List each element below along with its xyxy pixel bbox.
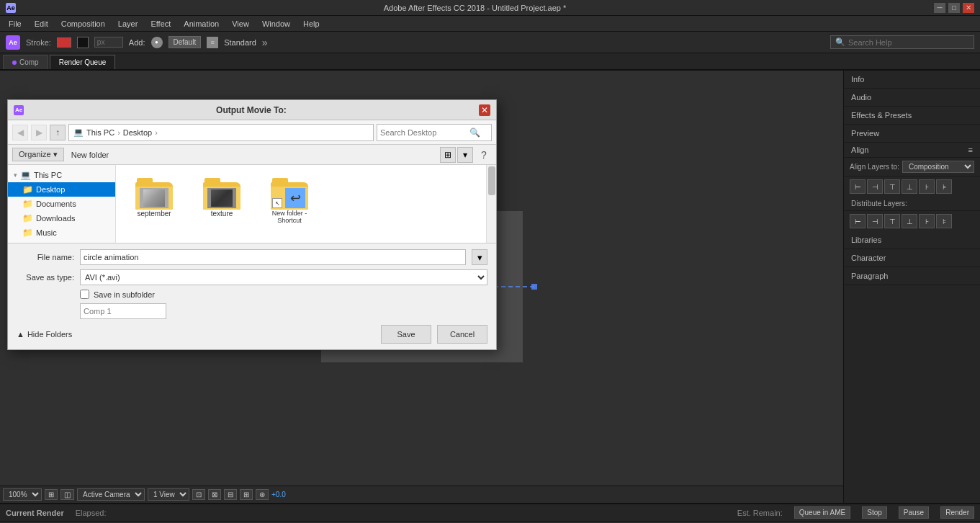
align-left-button[interactable]: ⊢ [850,179,866,194]
nav-back-button[interactable]: ◀ [12,125,28,140]
nav-forward-button[interactable]: ▶ [31,125,47,140]
panel-paragraph[interactable]: Paragraph [844,267,980,285]
align-bottom-button[interactable]: ⊧ [936,179,952,194]
add-circle[interactable]: ● [151,37,163,48]
distribute-left-button[interactable]: ⊢ [850,214,866,228]
align-top-button[interactable]: ⊥ [902,179,917,194]
sidebar-item-downloads[interactable]: 📁 Downloads [8,211,115,225]
sidebar-thispc-label: This PC [34,171,62,179]
folder-item-new-shortcut[interactable]: ↩ ↖ New folder -Shortcut [257,171,322,228]
tab-comp[interactable]: Comp [3,55,48,69]
camera-select[interactable]: Active Camera [77,488,145,501]
menu-effect[interactable]: Effect [145,18,176,30]
sidebar-item-music[interactable]: 📁 Music [8,225,115,240]
tab-comp-label: Comp [19,58,39,66]
dialog-help-button[interactable]: ? [476,147,492,163]
panel-character[interactable]: Character [844,249,980,267]
sidebar-item-thispc[interactable]: ▾ 💻 This PC [8,168,115,182]
align-to-select[interactable]: Composition [902,161,974,173]
view-icon-button[interactable]: ⊞ [440,147,456,163]
viewport-view-options-button[interactable]: ⊡ [192,489,205,500]
default-button[interactable]: Default [168,36,202,48]
menu-view[interactable]: View [226,18,255,30]
queue-ame-button[interactable]: Queue in AME [794,506,850,519]
stroke-color-swatch2[interactable] [77,37,89,48]
viewport-grid-button[interactable]: ⊞ [45,489,58,500]
viewport-3d-button[interactable]: ⊛ [256,489,269,500]
align-center-h-button[interactable]: ⊣ [867,179,883,194]
viewport-layout-button[interactable]: ⊞ [240,489,253,500]
organize-button[interactable]: Organize ▾ [12,148,64,161]
menu-edit[interactable]: Edit [29,18,54,30]
viewport-zoom-select[interactable]: 100% 50% 200% [3,488,42,501]
save-button[interactable]: Save [381,325,431,344]
align-buttons-row: ⊢ ⊣ ⊤ ⊥ ⊦ ⊧ [844,176,980,197]
breadcrumb-thispc[interactable]: This PC [86,128,114,137]
dialog-scrollbar[interactable] [486,165,496,243]
filename-input[interactable] [80,249,466,265]
dialog-search-input[interactable] [380,128,467,137]
dialog-close-button[interactable]: ✕ [479,104,490,116]
tab-render-queue[interactable]: Render Queue [50,55,116,69]
panel-info[interactable]: Info [844,71,980,89]
folder-item-texture[interactable]: texture [189,171,254,228]
stop-button[interactable]: Stop [862,506,887,519]
distribute-label: Distribute Layers: [844,197,980,211]
panel-effects-presets[interactable]: Effects & Presets [844,107,980,125]
file-save-dialog: Ae Output Movie To: ✕ ◀ ▶ ↑ 💻 This PC › … [7,99,497,350]
stroke-color-swatch[interactable] [57,37,71,48]
viewport-regions-button[interactable]: ⊟ [224,489,237,500]
menu-file[interactable]: File [3,18,27,30]
stroke-px-input[interactable] [94,37,123,48]
nav-up-button[interactable]: ↑ [50,125,66,140]
distribute-bottom-button[interactable]: ⊧ [936,214,952,228]
folder-item-september[interactable]: september [122,171,186,228]
breadcrumb-desktop[interactable]: Desktop [123,128,152,137]
main-area: 100% 50% 200% ⊞ ◫ Active Camera 1 View ⊡… [0,71,980,503]
sidebar-item-desktop[interactable]: 📁 Desktop [8,182,115,197]
distribute-top-button[interactable]: ⊥ [902,214,917,228]
viewport-options-button[interactable]: ◫ [60,489,74,500]
distribute-center-h-button[interactable]: ⊣ [867,214,883,228]
menu-window[interactable]: Window [256,18,296,30]
view-dropdown-button[interactable]: ▾ [457,147,473,163]
maximize-button[interactable]: □ [948,3,960,13]
panel-audio[interactable]: Audio [844,89,980,107]
align-right-button[interactable]: ⊤ [884,179,900,194]
new-folder-button[interactable]: New folder [67,149,114,161]
minimize-button[interactable]: ─ [934,3,945,13]
search-input[interactable] [848,38,956,47]
render-queue-panel: Current Render Elapsed: Est. Remain: Que… [0,503,980,523]
dialog-title-text: Output Movie To: [24,105,479,115]
render-button[interactable]: Render [940,506,974,519]
align-menu-icon[interactable]: ≡ [968,146,973,154]
tab-render-queue-label: Render Queue [59,58,107,66]
save-in-subfolder-label[interactable]: Save in subfolder [94,290,155,299]
dummy-expand[interactable]: ▾ [472,249,487,265]
saveastype-select[interactable]: AVI (*.avi) QuickTime (*.mov) JPEG Seque… [80,269,487,285]
dialog-scrollbar-thumb[interactable] [488,166,495,195]
title-bar: Ae Adobe After Effects CC 2018 - Untitle… [0,0,980,16]
close-button[interactable]: ✕ [963,3,974,13]
pause-button[interactable]: Pause [899,506,929,519]
expand-toolbar-button[interactable]: » [262,37,268,48]
align-center-v-button[interactable]: ⊦ [919,179,935,194]
tree-music-icon: 📁 [22,228,33,238]
viewport-fit-button[interactable]: ⊠ [208,489,221,500]
menu-help[interactable]: Help [297,18,325,30]
menu-animation[interactable]: Animation [178,18,225,30]
menu-composition[interactable]: Composition [55,18,111,30]
subfolder-name-input[interactable] [80,303,166,319]
panel-preview[interactable]: Preview [844,125,980,143]
menu-layer[interactable]: Layer [112,18,144,30]
save-in-subfolder-checkbox[interactable] [80,290,89,299]
distribute-right-button[interactable]: ⊤ [884,214,900,228]
hide-folders-toggle[interactable]: ▲ Hide Folders [17,325,72,344]
panel-libraries[interactable]: Libraries [844,231,980,249]
shortcut-arrow-icon: ↖ [272,198,282,208]
views-select[interactable]: 1 View [148,488,189,501]
distribute-center-v-button[interactable]: ⊦ [919,214,935,228]
cancel-button[interactable]: Cancel [437,325,487,344]
default-options-icon[interactable]: ≡ [207,37,218,48]
sidebar-item-documents[interactable]: 📁 Documents [8,197,115,211]
